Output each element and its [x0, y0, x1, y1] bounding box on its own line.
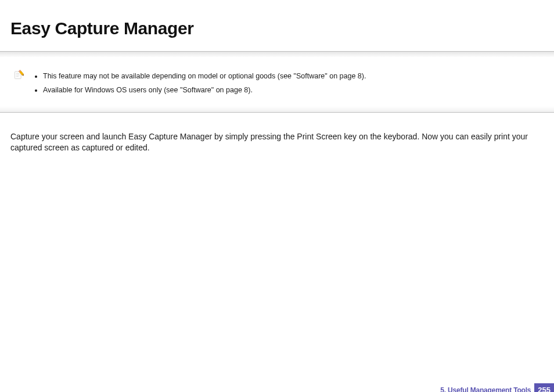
footer: 5. Useful Management Tools 255	[440, 383, 554, 392]
note-icon	[13, 69, 24, 81]
note-rule	[0, 106, 554, 113]
note-item: Available for Windows OS users only (see…	[43, 84, 366, 98]
footer-chapter: 5. Useful Management Tools	[440, 386, 534, 392]
page: Easy Capture Manager T	[0, 12, 554, 392]
body-text: Capture your screen and launch Easy Capt…	[0, 121, 554, 153]
note-list: This feature may not be available depend…	[31, 70, 366, 98]
page-title: Easy Capture Manager	[0, 12, 554, 39]
footer-page-number: 255	[534, 383, 554, 392]
note-block: This feature may not be available depend…	[0, 58, 554, 106]
note-item: This feature may not be available depend…	[43, 70, 366, 84]
title-rule	[0, 51, 554, 58]
